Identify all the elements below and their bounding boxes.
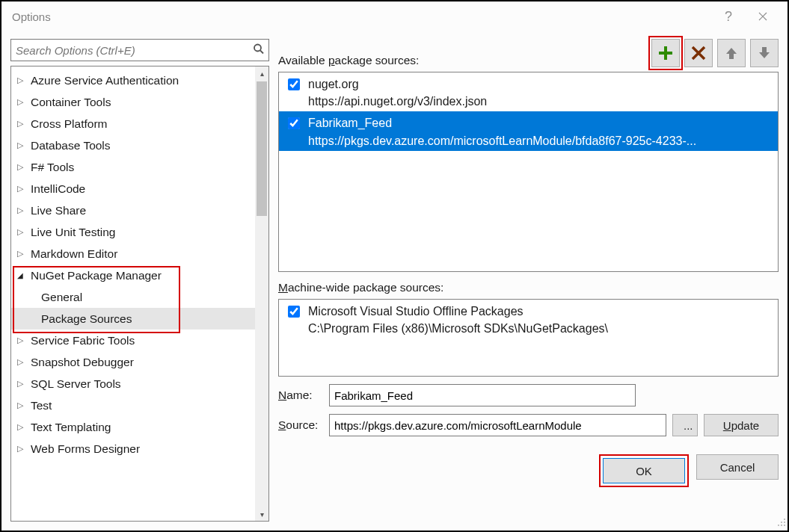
available-sources-list[interactable]: nuget.orghttps://api.nuget.org/v3/index.… (278, 72, 779, 272)
plus-icon (657, 45, 674, 61)
chevron-down-icon: ◢ (17, 271, 29, 279)
tree-item-label: Live Unit Testing (29, 226, 115, 239)
svg-point-5 (781, 522, 782, 523)
search-input[interactable] (10, 39, 269, 61)
machine-sources-label: Machine-wide package sources: (278, 281, 779, 294)
cancel-button[interactable]: Cancel (696, 454, 779, 480)
tree-item-container-tools[interactable]: ▷Container Tools (11, 91, 255, 113)
update-button[interactable]: Update (704, 414, 779, 436)
tree-item-nuget-package-manager[interactable]: ◢NuGet Package Manager (11, 265, 255, 286)
svg-point-6 (784, 522, 785, 523)
available-sources-label: Available package sources: (278, 54, 648, 67)
chevron-right-icon: ▷ (17, 444, 29, 454)
svg-line-1 (260, 51, 263, 54)
tree-item-azure-service-authentication[interactable]: ▷Azure Service Authentication (11, 69, 255, 91)
resize-grip-icon[interactable] (777, 516, 786, 529)
chevron-right-icon: ▷ (17, 227, 29, 237)
browse-button[interactable]: ... (672, 414, 698, 436)
source-name: nuget.org (308, 75, 487, 93)
chevron-right-icon: ▷ (17, 357, 29, 367)
remove-source-button[interactable] (684, 39, 713, 67)
x-icon (690, 45, 707, 61)
chevron-right-icon: ▷ (17, 140, 29, 150)
tree-item-f-tools[interactable]: ▷F# Tools (11, 156, 255, 178)
chevron-right-icon: ▷ (17, 184, 29, 194)
annotation-highlight (648, 36, 683, 70)
tree-item-label: SQL Server Tools (29, 377, 121, 391)
tree-item-label: Container Tools (29, 96, 111, 109)
tree-item-markdown-editor[interactable]: ▷Markdown Editor (11, 243, 255, 265)
close-button[interactable] (746, 4, 780, 28)
machine-sources-list[interactable]: Microsoft Visual Studio Offline Packages… (278, 299, 779, 377)
source-url: https://api.nuget.org/v3/index.json (308, 93, 487, 110)
tree-item-label: Azure Service Authentication (29, 74, 179, 87)
tree-item-label: Markdown Editor (29, 247, 117, 261)
close-icon (758, 12, 767, 21)
source-input[interactable] (329, 414, 666, 436)
scroll-thumb[interactable] (257, 81, 267, 216)
arrow-up-icon (724, 46, 739, 61)
arrow-down-icon (757, 46, 772, 61)
tree-item-snapshot-debugger[interactable]: ▷Snapshot Debugger (11, 351, 255, 373)
help-button[interactable]: ? (711, 4, 746, 28)
source-item[interactable]: Microsoft Visual Studio Offline Packages… (279, 300, 778, 338)
name-input[interactable] (329, 384, 636, 406)
tree-item-label: NuGet Package Manager (29, 269, 162, 282)
move-up-button[interactable] (717, 39, 746, 67)
scroll-up-icon[interactable]: ▴ (255, 66, 268, 80)
tree-scrollbar[interactable]: ▴ ▾ (255, 66, 268, 521)
tree-item-label: Text Templating (29, 421, 111, 434)
svg-rect-3 (659, 52, 672, 55)
tree-item-live-unit-testing[interactable]: ▷Live Unit Testing (11, 221, 255, 243)
source-checkbox[interactable] (288, 78, 300, 90)
source-name: Fabrikam_Feed (308, 114, 696, 132)
name-label: Name: (278, 389, 323, 402)
tree-item-label: Web Forms Designer (29, 442, 140, 456)
tree-item-general[interactable]: General (11, 286, 255, 308)
svg-point-9 (784, 525, 785, 526)
tree-item-label: Live Share (29, 204, 86, 217)
titlebar: Options ? (1, 1, 788, 31)
tree-item-label: Package Sources (40, 312, 132, 326)
chevron-right-icon: ▷ (17, 75, 29, 85)
svg-point-8 (781, 525, 782, 526)
source-name: Microsoft Visual Studio Offline Packages (308, 303, 608, 320)
tree-item-label: Test (29, 399, 52, 412)
options-dialog: Options ? ▷Azure Service Authentication▷… (0, 0, 789, 532)
svg-point-7 (778, 525, 779, 526)
tree-item-label: Database Tools (29, 139, 111, 152)
chevron-right-icon: ▷ (17, 379, 29, 389)
move-down-button[interactable] (750, 39, 779, 67)
tree-item-live-share[interactable]: ▷Live Share (11, 200, 255, 221)
tree-item-web-forms-designer[interactable]: ▷Web Forms Designer (11, 438, 255, 460)
source-item[interactable]: nuget.orghttps://api.nuget.org/v3/index.… (279, 72, 778, 111)
tree-item-intellicode[interactable]: ▷IntelliCode (11, 178, 255, 200)
tree-item-sql-server-tools[interactable]: ▷SQL Server Tools (11, 373, 255, 395)
tree-item-service-fabric-tools[interactable]: ▷Service Fabric Tools (11, 330, 255, 351)
ok-button[interactable]: OK (603, 458, 685, 483)
tree-item-package-sources[interactable]: Package Sources (11, 308, 255, 330)
annotation-highlight: OK (599, 454, 689, 487)
scroll-down-icon[interactable]: ▾ (255, 507, 268, 521)
chevron-right-icon: ▷ (17, 162, 29, 172)
tree-item-cross-platform[interactable]: ▷Cross Platform (11, 113, 255, 134)
source-checkbox[interactable] (288, 117, 300, 129)
source-item[interactable]: Fabrikam_Feedhttps://pkgs.dev.azure.com/… (279, 111, 778, 150)
source-label: Source: (278, 418, 323, 432)
window-title: Options (12, 10, 711, 23)
chevron-right-icon: ▷ (17, 249, 29, 259)
search-icon (253, 43, 265, 58)
tree-item-label: Snapshot Debugger (29, 356, 134, 369)
chevron-right-icon: ▷ (17, 335, 29, 345)
source-checkbox[interactable] (288, 306, 300, 318)
tree-item-test[interactable]: ▷Test (11, 395, 255, 416)
add-source-button[interactable] (651, 39, 680, 67)
tree-item-database-tools[interactable]: ▷Database Tools (11, 134, 255, 156)
chevron-right-icon: ▷ (17, 119, 29, 129)
source-url: C:\Program Files (x86)\Microsoft SDKs\Nu… (308, 320, 608, 337)
chevron-right-icon: ▷ (17, 97, 29, 107)
options-category-tree[interactable]: ▷Azure Service Authentication▷Container … (11, 66, 255, 521)
tree-item-text-templating[interactable]: ▷Text Templating (11, 416, 255, 438)
chevron-right-icon: ▷ (17, 422, 29, 432)
tree-item-label: Service Fabric Tools (29, 334, 135, 347)
